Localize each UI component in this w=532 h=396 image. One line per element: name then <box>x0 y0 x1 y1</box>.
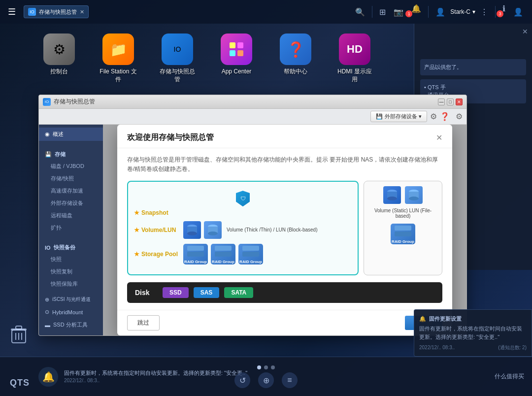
dialog-body: 存储与快照总管是用于管理磁盘、存储空间和其他存储功能的中央界面。提示 要开始使用… <box>117 148 452 310</box>
disk-types: SSD SAS SATA <box>163 287 253 298</box>
storage-pool-row: ★ Storage Pool <box>134 244 352 264</box>
hdmi-icon-img: HD <box>339 33 370 65</box>
dialog-close-button[interactable]: ✕ <box>436 133 442 142</box>
overview-icon: ◉ <box>45 131 50 137</box>
sidebar-item-ssd[interactable]: ▬ SSD 分析工具 <box>39 318 103 331</box>
svg-rect-1 <box>237 42 243 48</box>
desktop-icon-hdmi[interactable]: HD HDMI 显示应用 <box>335 33 374 83</box>
dock-dot-2 <box>264 365 268 369</box>
tab-close-button[interactable]: ✕ <box>80 9 84 15</box>
sidebar-item-cache[interactable]: 高速缓存加速 <box>39 185 103 197</box>
divider-2 <box>428 6 429 18</box>
taskbar-left: ☰ IO 存储与快照总管 ✕ <box>0 2 89 21</box>
dock-refresh-button[interactable]: ↺ <box>234 372 250 388</box>
window-icon[interactable]: ⊞ <box>376 4 389 20</box>
update-notif-footer: 2022/12/.. 08:3.. (通知总数: 2) <box>419 344 527 351</box>
user-icon: 👤 <box>432 4 448 20</box>
svg-rect-15 <box>242 252 259 257</box>
settings-icon[interactable]: ⚙ <box>430 112 437 121</box>
sidebar-item-snapshot[interactable]: 快照 <box>39 253 103 265</box>
dialog-description: 存储与快照总管是用于管理磁盘、存储空间和其他存储功能的中央界面。提示 要开始使用… <box>127 155 442 174</box>
svg-rect-22 <box>395 226 411 231</box>
ssd-badge: SSD <box>163 287 189 298</box>
desktop-icon-appcenter[interactable]: App Center <box>217 33 256 76</box>
user-label[interactable]: Stark-C ▾ <box>450 8 475 15</box>
right-raid-group: RAID Group <box>391 224 415 244</box>
sidebar-storage-header[interactable]: 💾 存储 <box>39 147 103 160</box>
skip-button[interactable]: 跳过 <box>127 315 160 330</box>
help-icon-label: 帮助中心 <box>284 68 307 76</box>
more-icon[interactable]: ⋮ <box>477 4 491 20</box>
svg-rect-23 <box>395 231 411 236</box>
bottom-right-area: 什么值得买 <box>495 372 524 381</box>
snapshot-row: ★ Snapshot <box>134 209 352 216</box>
divider-3 <box>495 6 496 18</box>
shield-container: 🛡 <box>134 191 352 206</box>
dock-dot-3 <box>271 365 275 369</box>
gear-area: 💾 外部存储设备 ▾ ⚙ ❓ <box>370 111 450 122</box>
right-vol-icons <box>370 186 436 204</box>
sidebar-item-disk[interactable]: 磁盘 / VJBOD <box>39 160 103 172</box>
desktop-icon-help[interactable]: ❓ 帮助中心 <box>276 33 315 76</box>
dialog-title: 欢迎使用存储与快照总管 <box>127 132 214 143</box>
storage-pool-label: ★ Storage Pool <box>134 251 178 258</box>
sidebar-item-topology[interactable]: 扩扑 <box>39 222 103 234</box>
raid-group-icons: RAID Group RAID Group <box>183 244 263 264</box>
taskbar-tab[interactable]: IO 存储与快照总管 ✕ <box>24 5 89 18</box>
desktop-icon-settings[interactable]: ⚙ 控制台 <box>39 33 79 76</box>
appcenter-icon-label: App Center <box>222 68 252 76</box>
desktop-icon-filestation[interactable]: 📁 File Station 文件 <box>99 33 138 83</box>
right-raid-icon <box>394 225 412 239</box>
notification-wrap: 🔔 1 <box>408 4 424 20</box>
close-button[interactable]: ✕ <box>456 99 463 105</box>
svg-rect-11 <box>187 252 204 257</box>
camera-icon[interactable]: 📷 <box>391 4 406 20</box>
external-storage-bar: 💾 外部存储设备 ▾ ⚙ ❓ ⚙ <box>39 109 466 125</box>
star2-icon: ★ <box>134 227 139 233</box>
sidebar-item-vjbod[interactable]: ▲ VJBOD Cloud <box>39 331 103 335</box>
gear2-icon[interactable]: ⚙ <box>456 112 463 121</box>
hybridmount-icon: ⊙ <box>45 309 49 315</box>
sidebar-item-external[interactable]: 外部存储设备 <box>39 197 103 209</box>
help-circle-icon[interactable]: ❓ <box>440 112 450 121</box>
snapshot-label: ★ Snapshot <box>134 209 178 216</box>
right-raid-container: RAID Group <box>370 224 436 244</box>
sata-badge: SATA <box>224 287 253 298</box>
svg-rect-3 <box>237 50 243 56</box>
minimize-button[interactable]: — <box>438 99 445 105</box>
bottom-notif-icon: 🔔 <box>38 367 58 387</box>
sidebar-item-overview[interactable]: ◉ 概述 <box>39 128 103 141</box>
sidebar-item-snapshot-vault[interactable]: 快照保险库 <box>39 278 103 290</box>
sidebar-item-storage-snapshot[interactable]: 存储/快照 <box>39 172 103 185</box>
storage-icon-img: IO <box>162 33 193 65</box>
sidebar-item-hybridmount[interactable]: ⊙ HybridMount <box>39 306 103 318</box>
sidebar-snapshot-header[interactable]: IO 快照备份 <box>39 240 103 253</box>
sidebar-item-snapshot-copy[interactable]: 快照复制 <box>39 265 103 278</box>
tab-label: 存储与快照总管 <box>39 8 77 16</box>
volume-desc-container: Volume (Thick /Thin) / LUN (Block-based) <box>227 227 318 233</box>
dock-add-button[interactable]: ⊕ <box>258 372 274 388</box>
dialog-overlay: 欢迎使用存储与快照总管 ✕ 存储与快照总管是用于管理磁盘、存储空间和其他存储功能… <box>103 125 466 335</box>
dock-menu-button[interactable]: ≡ <box>282 372 298 388</box>
maximize-button[interactable]: □ <box>447 99 454 105</box>
notification-close-button[interactable]: ✕ <box>522 28 528 35</box>
search-icon[interactable]: 🔍 <box>352 4 368 20</box>
trash-icon[interactable] <box>10 325 28 347</box>
window-title: 存储与快照总管 <box>54 98 438 106</box>
volume-lun-label: ★ Volume/LUN <box>134 227 178 233</box>
sidebar-section-storage: 💾 存储 磁盘 / VJBOD 存储/快照 高速缓存加速 外部存储设备 远程磁盘… <box>39 144 103 237</box>
update-count-label: (通知总数: 2) <box>498 344 527 351</box>
sidebar-item-remote[interactable]: 远程磁盘 <box>39 209 103 222</box>
volume-icons: Volume (Thick /Thin) / LUN (Block-based) <box>183 221 318 239</box>
desktop-icon-storage[interactable]: IO 存储与快照总管 <box>158 33 197 83</box>
volume-cylinder-1 <box>185 223 199 237</box>
bottom-dock: ↺ ⊕ ≡ <box>234 365 298 388</box>
hamburger-icon[interactable]: ☰ <box>4 2 20 21</box>
svg-point-9 <box>208 231 218 235</box>
external-storage-button[interactable]: 💾 外部存储设备 ▾ <box>370 111 427 122</box>
avatar-icon[interactable]: 👤 <box>510 4 526 20</box>
sidebar-item-iscsi[interactable]: ⊕ iSCSI 与光纤通道 <box>39 293 103 306</box>
sidebar: ◉ 概述 💾 存储 磁盘 / VJBOD 存储/快照 高速缓存加速 外部存储设备… <box>39 125 103 335</box>
qts-label: QTS <box>10 378 30 388</box>
trash-svg <box>10 325 28 345</box>
